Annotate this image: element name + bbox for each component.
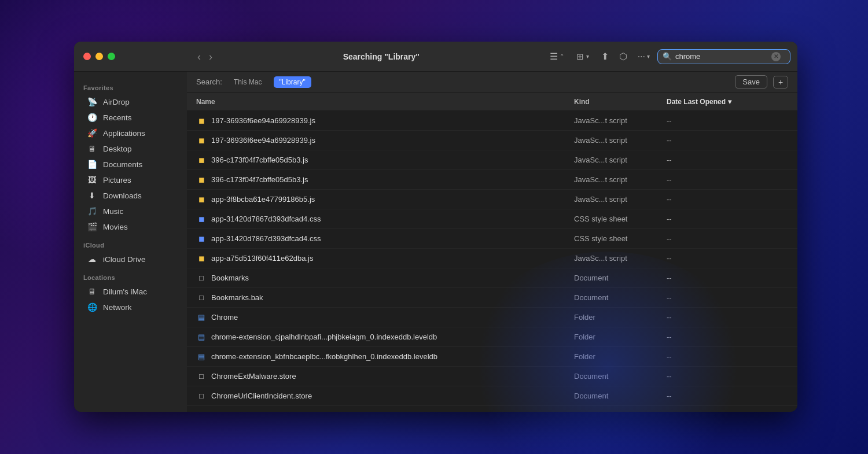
table-row[interactable]: ◼ 396-c173f04f7cbffe05d5b3.js JavaSc...t… [187,150,797,170]
sidebar-item-label: Recents [103,113,132,122]
file-type-icon: ◼ [196,116,207,126]
sidebar-item-network[interactable]: 🌐 Network [78,300,183,315]
sidebar-item-label: Desktop [103,145,132,153]
table-row[interactable]: ◼ app-31420d7867d393dfcad4.css CSS style… [187,209,797,229]
sidebar-item-label: AirDrop [103,98,130,106]
sidebar-item-documents[interactable]: 📄 Documents [78,157,183,172]
file-name: ChromeUrlClientIncident.store [211,392,312,400]
table-row[interactable]: □ ChromeExtMalware.store Document -- [187,367,797,386]
sidebar-item-recents[interactable]: 🕐 Recents [78,110,183,125]
file-date: -- [667,313,788,322]
search-input[interactable] [675,52,768,61]
file-kind: JavaSc...t script [574,116,667,125]
file-type-icon: ◼ [196,253,207,264]
close-button[interactable] [83,53,91,60]
file-kind: Document [574,411,667,412]
scope-this-mac-button[interactable]: This Mac [228,76,268,88]
file-name: app-31420d7867d393dfcad4.css [211,215,321,223]
sidebar-item-icloud-drive[interactable]: ☁ iCloud Drive [78,252,183,267]
file-type-icon: □ [196,391,207,401]
share-button[interactable]: ⬆ [598,48,612,65]
file-date: -- [667,392,788,400]
table-row[interactable]: ◼ 396-c173f04f7cbffe05d5b3.js JavaSc...t… [187,170,797,190]
file-kind: Document [574,274,667,282]
file-date: -- [667,195,788,204]
movies-icon: 🎬 [87,222,97,231]
forward-button[interactable]: › [205,49,216,64]
sidebar-item-applications[interactable]: 🚀 Applications [78,126,183,141]
ellipsis-icon: ··· [638,51,645,62]
file-kind: CSS style sheet [574,215,667,223]
scope-library-button[interactable]: "Library" [274,76,311,88]
table-row[interactable]: □ Bookmarks.bak Document -- [187,288,797,308]
sidebar-item-pictures[interactable]: 🖼 Pictures [78,172,183,187]
sidebar-item-label: Movies [103,223,128,231]
locations-header: Locations [74,267,187,283]
sidebar-item-downloads[interactable]: ⬇ Downloads [78,188,183,203]
sidebar-item-label: Dilum's iMac [103,287,147,296]
table-row[interactable]: ▤ chrome-extension_kbfnbcaeplbc...fkobkg… [187,347,797,367]
table-row[interactable]: ◼ 197-36936f6ee94a69928939.js JavaSc...t… [187,111,797,131]
add-criterion-button[interactable]: + [773,76,788,88]
file-name: 197-36936f6ee94a69928939.js [211,116,315,125]
file-date: -- [667,411,788,412]
back-button[interactable]: ‹ [194,49,204,64]
sidebar-item-label: Documents [103,160,142,169]
tag-button[interactable]: ⬡ [616,48,630,65]
sidebar-item-movies[interactable]: 🎬 Movies [78,219,183,234]
sidebar-content: Favorites 📡 AirDrop 🕐 Recents 🚀 Applicat… [74,72,187,321]
tag-icon: ⬡ [619,51,627,62]
downloads-icon: ⬇ [87,191,97,200]
column-date-header[interactable]: Date Last Opened ▾ [667,98,788,106]
file-type-icon: ▤ [196,332,207,342]
file-name: Bookmarks.bak [211,293,263,302]
sort-chevron-icon: ▾ [728,98,731,106]
file-type-icon: ▤ [196,312,207,323]
icloud-header: iCloud [74,235,187,251]
file-date: -- [667,175,788,184]
table-row[interactable]: ◼ app-a75d513f60f411e62dba.js JavaSc...t… [187,249,797,268]
table-row[interactable]: ◼ app-31420d7867d393dfcad4.css CSS style… [187,229,797,249]
file-type-icon: ◼ [196,214,207,224]
traffic-lights [83,53,115,60]
search-box: 🔍 ✕ [657,49,790,64]
file-date: -- [667,136,788,145]
list-icon: ☰ [550,51,558,62]
table-row[interactable]: ◼ 197-36936f6ee94a69928939.js JavaSc...t… [187,131,797,150]
table-row[interactable]: ▤ chrome-extension_cjpalhdlnbpafi...phjb… [187,327,797,347]
applications-icon: 🚀 [87,128,97,138]
sidebar-item-music[interactable]: 🎵 Music [78,204,183,219]
file-kind: JavaSc...t script [574,195,667,204]
table-row[interactable]: □ com.google.Chrome Document -- [187,406,797,412]
file-name: app-3f8bcba61e47799186b5.js [211,195,315,204]
table-row[interactable]: □ ChromeUrlClientIncident.store Document… [187,386,797,406]
file-type-icon: □ [196,411,207,412]
file-name: Chrome [211,313,238,322]
file-date: -- [667,372,788,381]
sidebar-item-dilum-imac[interactable]: 🖥 Dilum's iMac [78,284,183,299]
sidebar-toolbar [74,42,187,72]
table-row[interactable]: □ Bookmarks Document -- [187,268,797,288]
file-list: ◼ 197-36936f6ee94a69928939.js JavaSc...t… [187,111,797,412]
sidebar-item-desktop[interactable]: 🖥 Desktop [78,141,183,156]
file-kind: JavaSc...t script [574,156,667,164]
file-date: -- [667,254,788,263]
sidebar: Favorites 📡 AirDrop 🕐 Recents 🚀 Applicat… [74,72,187,412]
grid-view-button[interactable]: ⊞ ▾ [572,49,594,65]
sidebar-item-airdrop[interactable]: 📡 AirDrop [78,94,183,109]
file-date: -- [667,156,788,164]
file-type-icon: □ [196,371,207,382]
file-type-icon: ◼ [196,194,207,205]
more-button[interactable]: ··· ▾ [635,49,653,65]
search-clear-button[interactable]: ✕ [771,52,781,61]
file-date: -- [667,274,788,282]
maximize-button[interactable] [108,53,115,60]
table-row[interactable]: ◼ app-3f8bcba61e47799186b5.js JavaSc...t… [187,190,797,209]
file-type-icon: □ [196,273,207,283]
minimize-button[interactable] [95,53,103,60]
table-row[interactable]: ▤ Chrome Folder -- [187,308,797,327]
file-name: 396-c173f04f7cbffe05d5b3.js [211,175,308,184]
save-search-button[interactable]: Save [735,75,767,88]
pictures-icon: 🖼 [87,175,97,184]
list-view-button[interactable]: ☰ ⌃ [547,48,567,65]
